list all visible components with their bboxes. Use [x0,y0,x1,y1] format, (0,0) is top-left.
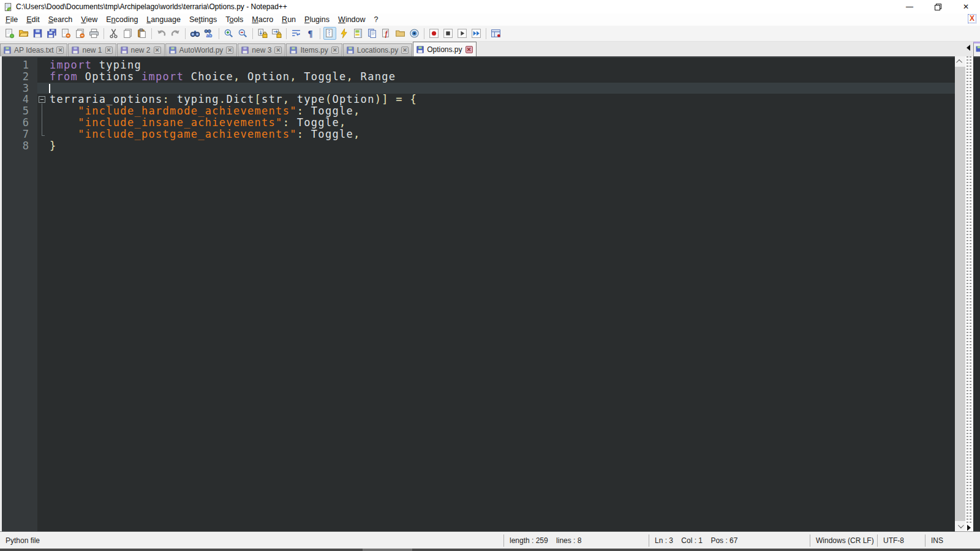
menu-item-file[interactable]: File [1,14,22,25]
scrollbar-track[interactable] [955,67,965,521]
menu-doc-close-button[interactable]: X [968,15,976,23]
cut-icon[interactable] [107,27,120,40]
fold-margin[interactable] [37,129,47,140]
code-text[interactable]: "include_insane_achievements": Toggle, [47,117,955,129]
folder-as-workspace-icon[interactable] [394,27,407,40]
code-text[interactable]: } [47,140,955,152]
fold-margin[interactable] [37,94,47,105]
macro-play-icon[interactable] [456,27,469,40]
fold-margin[interactable] [37,117,47,129]
copy-icon[interactable] [121,27,134,40]
macro-stop-icon[interactable] [442,27,454,40]
restore-button[interactable] [924,0,952,13]
save-recorded-macro-icon[interactable] [489,27,502,40]
paste-icon[interactable] [135,27,148,40]
code-line-6[interactable]: 6 "include_insane_achievements": Toggle, [2,117,955,129]
code-line-8[interactable]: 8} [2,140,955,152]
tab-options-py[interactable]: Options.py✕ [413,42,476,56]
close-all-docs-icon[interactable] [74,27,86,40]
fold-collapse-icon[interactable] [39,96,45,103]
code-line-3[interactable]: 3 [2,83,955,94]
close-button[interactable]: ✕ [952,0,980,13]
sync-vertical-scroll-icon[interactable] [256,27,269,40]
tab-close-icon[interactable]: ✕ [274,47,282,54]
menu-item-tools[interactable]: Tools [221,14,247,25]
secondary-view-sliver[interactable] [973,56,980,531]
code-line-4[interactable]: 4terraria_options: typing.Dict[str, type… [2,94,955,105]
code-text[interactable]: terraria_options: typing.Dict[str, type(… [47,94,955,105]
save-all-icon[interactable] [45,27,58,40]
close-doc-icon[interactable] [59,27,72,40]
tab-new-3[interactable]: new 3✕ [238,43,285,56]
define-language-icon[interactable] [337,27,350,40]
code-text[interactable]: "include_hardmode_achievements": Toggle, [47,105,955,117]
code-editor[interactable]: 1import typing2from Options import Choic… [2,56,955,531]
menu-item-search[interactable]: Search [44,14,77,25]
menu-item-plugins[interactable]: Plugins [300,14,334,25]
menu-item-run[interactable]: Run [277,14,300,25]
save-icon[interactable] [31,27,44,40]
splitter-arrow-icon[interactable] [967,525,971,531]
tab-autoworld-py[interactable]: AutoWorld.py✕ [165,43,238,56]
scroll-up-icon[interactable] [955,56,965,67]
document-list-icon[interactable] [366,27,379,40]
fold-margin[interactable] [37,59,47,71]
tab-close-icon[interactable]: ✕ [401,47,409,54]
tab-scroll-left-icon[interactable] [967,45,970,51]
partial-tab[interactable] [973,42,980,56]
show-indent-guide-icon[interactable] [323,27,336,40]
menu-item-settings[interactable]: Settings [185,14,221,25]
menu-item-view[interactable]: View [77,14,102,25]
tab-close-icon[interactable]: ✕ [331,47,339,54]
code-line-1[interactable]: 1import typing [2,59,955,71]
code-text[interactable]: import typing [47,59,955,71]
menu-item-help[interactable]: ? [370,14,383,25]
tab-items-py[interactable]: Items.py✕ [286,43,342,56]
code-line-7[interactable]: 7 "include_postgame_achievements": Toggl… [2,129,955,140]
fold-margin[interactable] [37,105,47,117]
scrollbar-thumb[interactable] [955,67,965,521]
menu-item-macro[interactable]: Macro [247,14,277,25]
tab-close-icon[interactable]: ✕ [226,47,233,54]
tab-new-1[interactable]: new 1✕ [68,43,116,56]
zoom-out-icon[interactable] [236,27,249,40]
replace-icon[interactable]: ab [203,27,216,40]
monitoring-icon[interactable] [408,27,421,40]
find-icon[interactable] [189,27,202,40]
tab-close-icon[interactable]: ✕ [56,47,64,54]
menu-item-encoding[interactable]: Encoding [102,14,142,25]
sync-horizontal-scroll-icon[interactable] [270,27,283,40]
print-icon[interactable] [88,27,100,40]
vertical-scrollbar[interactable] [955,56,965,531]
view-splitter[interactable] [965,56,973,531]
menu-item-language[interactable]: Language [142,14,185,25]
tab-ap-ideas-txt[interactable]: AP Ideas.txt✕ [0,43,67,56]
macro-run-multiple-icon[interactable] [470,27,483,40]
scroll-down-icon[interactable] [955,521,965,531]
code-text[interactable]: "include_postgame_achievements": Toggle, [47,129,955,140]
document-map-icon[interactable] [352,27,364,40]
code-text[interactable]: from Options import Choice, Option, Togg… [47,71,955,83]
tab-new-2[interactable]: new 2✕ [117,43,165,56]
new-file-icon[interactable] [3,27,16,40]
menu-item-edit[interactable]: Edit [22,14,44,25]
tab-close-icon[interactable]: ✕ [154,47,161,54]
open-folder-icon[interactable] [17,27,30,40]
title-bar[interactable]: C:\Users\Dood\Documents\tmp\Archipelago\… [0,0,980,13]
function-list-icon[interactable]: f [380,27,393,40]
word-wrap-icon[interactable] [290,27,303,40]
code-text[interactable] [47,83,955,94]
show-all-chars-icon[interactable]: ¶ [304,27,317,40]
minimize-button[interactable]: — [895,0,924,13]
zoom-in-icon[interactable] [222,27,235,40]
tab-close-icon[interactable]: ✕ [105,47,113,54]
macro-record-icon[interactable] [428,27,440,40]
code-line-5[interactable]: 5 "include_hardmode_achievements": Toggl… [2,105,955,117]
fold-margin[interactable] [37,71,47,83]
tab-locations-py[interactable]: Locations.py✕ [343,43,412,56]
fold-margin[interactable] [37,83,47,94]
fold-margin[interactable] [37,140,47,152]
redo-icon[interactable] [169,27,182,40]
code-line-2[interactable]: 2from Options import Choice, Option, Tog… [2,71,955,83]
tab-close-icon[interactable]: ✕ [466,46,473,53]
